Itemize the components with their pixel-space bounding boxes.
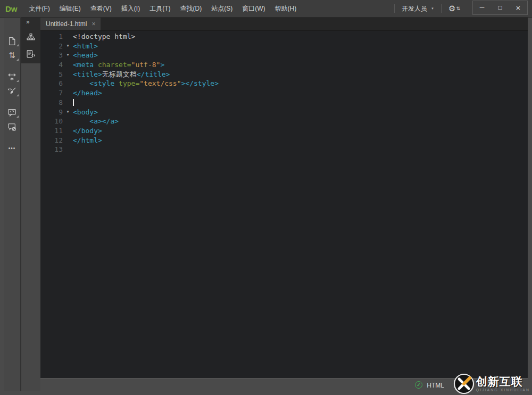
watermark-subtitle: QIJIANG XINHULIAN: [476, 388, 530, 392]
fold-gutter: [63, 70, 73, 79]
lint-status-icon[interactable]: ✓: [415, 381, 422, 389]
code-text: <html>: [73, 42, 98, 51]
code-line-10[interactable]: 10 <a></a>: [40, 117, 528, 126]
fold-gutter: [63, 136, 73, 145]
tab-bar: Untitled-1.html ×: [40, 18, 528, 31]
menu-item-3[interactable]: 查看(V): [86, 0, 117, 17]
comment-remove-icon: [7, 122, 16, 131]
panel-dock-icons: [21, 31, 40, 60]
open-documents-button[interactable]: [6, 35, 19, 47]
snippets-icon: [26, 50, 36, 59]
customize-toolbar-button[interactable]: •••: [6, 142, 19, 154]
chevron-down-icon: ▼: [431, 7, 434, 10]
sync-arrows-icon: ⇅: [456, 6, 460, 11]
remove-comment-button[interactable]: [6, 121, 19, 133]
code-line-11[interactable]: 11</body>: [40, 126, 528, 136]
code-line-1[interactable]: 1<!doctype html>: [40, 32, 528, 42]
code-text: <!doctype html>: [73, 32, 135, 42]
tab-label: Untitled-1.html: [46, 20, 87, 28]
workspace-label: 开发人员: [402, 4, 427, 13]
app-logo: Dw: [0, 4, 24, 13]
menu-item-1[interactable]: 文件(F): [24, 0, 55, 17]
fold-gutter: [63, 126, 73, 136]
close-button[interactable]: ×: [509, 1, 527, 14]
gear-icon: ⚙: [448, 4, 455, 13]
watermark: 创新互联 QIJIANG XINHULIAN: [453, 373, 532, 394]
fold-gutter: [63, 117, 73, 126]
code-line-12[interactable]: 12</html>: [40, 136, 528, 145]
fold-gutter: [63, 88, 73, 98]
panel-dock: »: [21, 18, 40, 391]
watermark-title: 创新互联: [476, 375, 530, 388]
menu-item-4[interactable]: 插入(I): [117, 0, 145, 17]
document-area: Untitled-1.html × 1<!doctype html>2▼<htm…: [40, 18, 528, 391]
code-line-13[interactable]: 13: [40, 145, 528, 154]
code-text: </head>: [73, 88, 102, 98]
code-line-8[interactable]: 8: [40, 98, 528, 108]
comment-icon: [7, 108, 16, 117]
file-management-button[interactable]: ⇅: [6, 50, 19, 61]
menu-item-7[interactable]: 站点(S): [206, 0, 237, 17]
code-line-7[interactable]: 7</head>: [40, 88, 528, 98]
tab-untitled-1[interactable]: Untitled-1.html ×: [40, 18, 101, 30]
double-arrow-asterisk-icon: [7, 72, 16, 81]
line-number: 9: [40, 108, 63, 117]
line-number: 6: [40, 79, 63, 88]
line-number: 1: [40, 32, 63, 42]
code-line-6[interactable]: 6 <style type="text/css"></style>: [40, 79, 528, 88]
brush-code-icon: [7, 87, 16, 96]
code-text: [73, 98, 74, 108]
updown-arrows-icon: ⇅: [9, 51, 15, 60]
code-line-2[interactable]: 2▼<html>: [40, 42, 528, 51]
code-line-4[interactable]: 4<meta charset="utf-8">: [40, 60, 528, 70]
window-controls: ─ □ ×: [472, 1, 528, 15]
code-text: <body>: [73, 108, 98, 117]
watermark-text: 创新互联 QIJIANG XINHULIAN: [476, 375, 532, 392]
fold-caret-icon[interactable]: ▼: [63, 51, 73, 60]
code-editor[interactable]: 1<!doctype html>2▼<html>3▼<head>4<meta c…: [40, 31, 528, 378]
menu-item-5[interactable]: 工具(T): [145, 0, 175, 17]
code-text: </html>: [73, 136, 102, 145]
line-number: 11: [40, 126, 63, 136]
menu-item-2[interactable]: 编辑(E): [55, 0, 86, 17]
line-number: 8: [40, 98, 63, 108]
dreamweaver-window: Dw 文件(F)编辑(E)查看(V)插入(I)工具(T)查找(D)站点(S)窗口…: [0, 0, 532, 395]
arrows-asterisk-button[interactable]: [6, 71, 19, 83]
fold-gutter: [63, 60, 73, 70]
code-line-5[interactable]: 5<title>无标题文档</title>: [40, 70, 528, 79]
code-text: <meta charset="utf-8">: [73, 60, 164, 70]
code-line-3[interactable]: 3▼<head>: [40, 51, 528, 60]
menu-item-8[interactable]: 窗口(W): [237, 0, 270, 17]
line-number: 12: [40, 136, 63, 145]
fold-caret-icon[interactable]: ▼: [63, 42, 73, 51]
sync-settings-button[interactable]: ⚙ ⇅: [442, 4, 467, 13]
menu-item-6[interactable]: 查找(D): [175, 0, 206, 17]
code-text: <a></a>: [73, 117, 119, 126]
line-number: 13: [40, 145, 63, 154]
menu-items: 文件(F)编辑(E)查看(V)插入(I)工具(T)查找(D)站点(S)窗口(W)…: [24, 0, 302, 17]
code-line-9[interactable]: 9▼<body>: [40, 108, 528, 117]
dom-panel-button[interactable]: [24, 31, 38, 43]
apply-comment-button[interactable]: [6, 106, 19, 118]
panel-dock-header: »: [21, 18, 40, 63]
common-toolbar: ⇅: [4, 18, 20, 391]
minimize-button[interactable]: ─: [473, 1, 491, 14]
menu-item-9[interactable]: 帮助(H): [270, 0, 301, 17]
fold-caret-icon[interactable]: ▼: [63, 108, 73, 117]
titlebar-right: 开发人员 ▼ ⚙ ⇅ ─ □ ×: [394, 0, 532, 17]
fold-gutter: [63, 32, 73, 42]
line-number: 4: [40, 60, 63, 70]
line-number: 5: [40, 70, 63, 79]
close-tab-icon[interactable]: ×: [92, 21, 95, 27]
line-number: 10: [40, 117, 63, 126]
maximize-button[interactable]: □: [491, 1, 509, 14]
dom-tree-icon: [26, 33, 36, 42]
snippets-panel-button[interactable]: [24, 48, 38, 60]
format-source-code-button[interactable]: [6, 85, 19, 97]
workspace-switcher[interactable]: 开发人员 ▼: [395, 4, 441, 13]
code-text: <style type="text/css"></style>: [73, 79, 219, 88]
text-cursor: [73, 99, 74, 106]
expand-panels-icon[interactable]: »: [26, 18, 30, 26]
doctype-label: HTML: [427, 382, 444, 389]
fold-gutter: [63, 98, 73, 108]
